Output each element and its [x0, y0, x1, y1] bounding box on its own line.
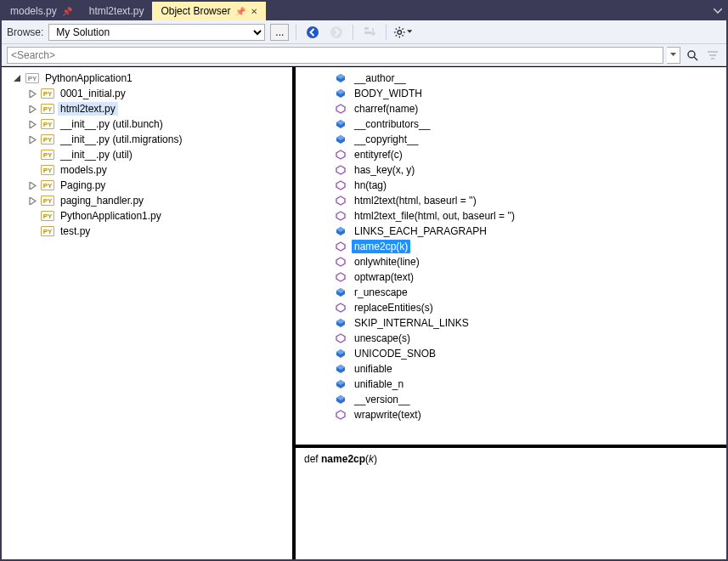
search-dropdown-button[interactable]	[667, 47, 680, 64]
member-item[interactable]: wrapwrite(text)	[296, 407, 726, 422]
member-item[interactable]: optwrap(text)	[296, 269, 726, 285]
member-label: __contributors__	[352, 117, 432, 131]
expand-icon[interactable]	[27, 88, 37, 99]
tree-item-label: models.py	[58, 163, 110, 177]
svg-marker-22	[336, 105, 345, 113]
settings-button[interactable]	[393, 23, 412, 42]
member-item[interactable]: r_unescape	[296, 285, 726, 300]
member-label: entityref(c)	[352, 148, 405, 162]
object-browser-toolbar: Browse: My Solution ...	[2, 20, 726, 44]
tree-file-node[interactable]: PYPaging.py	[5, 178, 292, 193]
member-item[interactable]: BODY_WIDTH	[296, 86, 726, 101]
member-label: unifiable	[352, 362, 395, 376]
search-bar	[2, 44, 726, 66]
method-icon	[335, 195, 347, 207]
collapse-icon[interactable]	[12, 73, 22, 83]
back-button[interactable]	[303, 23, 322, 42]
member-item[interactable]: html2text_file(html, out, baseurl = '')	[296, 208, 726, 224]
member-label: replaceEntities(s)	[352, 301, 436, 314]
member-item[interactable]: unifiable_n	[296, 377, 726, 392]
pin-icon[interactable]: 📌	[62, 7, 72, 16]
browse-scope-select[interactable]: My Solution	[48, 24, 265, 41]
tab-overflow-menu[interactable]	[709, 2, 726, 20]
member-item[interactable]: unifiable	[296, 361, 726, 377]
member-item[interactable]: UNICODE_SNOB	[296, 346, 726, 361]
expand-icon[interactable]	[27, 134, 37, 144]
pin-icon[interactable]: 📌	[235, 7, 245, 16]
browse-scope-edit-button[interactable]: ...	[270, 24, 289, 41]
tab-models[interactable]: models.py 📌	[2, 2, 81, 20]
member-label: __copyright__	[352, 133, 420, 146]
python-file-icon: PY	[41, 149, 54, 161]
member-item[interactable]: name2cp(k)	[296, 239, 726, 254]
member-item[interactable]: SKIP_INTERNAL_LINKS	[296, 315, 726, 331]
method-icon	[335, 210, 347, 222]
member-item[interactable]: onlywhite(line)	[296, 254, 726, 269]
svg-rect-17	[711, 58, 714, 60]
sort-button	[360, 23, 379, 42]
tree-file-node[interactable]: PYmodels.py	[5, 162, 292, 178]
tree-project-node[interactable]: PYPythonApplication1	[5, 71, 292, 86]
search-icon[interactable]	[684, 47, 701, 64]
member-item[interactable]: unescape(s)	[296, 331, 726, 346]
namespace-tree-pane[interactable]: PYPythonApplication1PY0001_initial.pyPYh…	[2, 67, 296, 559]
expand-icon[interactable]	[27, 196, 37, 206]
member-item[interactable]: charref(name)	[296, 101, 726, 116]
svg-rect-15	[708, 51, 718, 53]
detail-pane: def name2cp(k)	[296, 445, 726, 559]
search-input[interactable]	[7, 47, 663, 64]
tree-file-node[interactable]: PYtest.py	[5, 224, 292, 239]
tree-item-label: __init__.py (util)	[58, 148, 135, 162]
member-label: __author__	[352, 71, 409, 85]
member-label: html2text_file(html, out, baseurl = '')	[352, 209, 517, 223]
member-item[interactable]: __copyright__	[296, 132, 726, 147]
expand-icon[interactable]	[27, 104, 37, 114]
tree-item-label: 0001_initial.py	[58, 87, 128, 100]
tree-item-label: Paging.py	[58, 178, 108, 192]
method-icon	[335, 332, 347, 344]
close-icon[interactable]: ✕	[251, 7, 257, 16]
member-item[interactable]: has_key(x, y)	[296, 162, 726, 178]
svg-point-4	[398, 30, 402, 34]
member-item[interactable]: hn(tag)	[296, 178, 726, 193]
field-icon	[335, 378, 347, 390]
member-label: UNICODE_SNOB	[352, 347, 438, 360]
tab-html2text[interactable]: html2text.py	[81, 2, 153, 20]
tree-file-node[interactable]: PYPythonApplication1.py	[5, 208, 292, 224]
member-label: name2cp(k)	[352, 240, 410, 253]
tree-file-node[interactable]: PYpaging_handler.py	[5, 193, 292, 208]
tree-file-node[interactable]: PY__init__.py (util)	[5, 147, 292, 162]
python-file-icon: PY	[41, 133, 54, 145]
expand-icon[interactable]	[27, 180, 37, 190]
python-file-icon: PY	[41, 225, 54, 237]
member-item[interactable]: entityref(c)	[296, 147, 726, 162]
tree-file-node[interactable]: PY0001_initial.py	[5, 86, 292, 101]
member-item[interactable]: __version__	[296, 392, 726, 407]
tab-object-browser[interactable]: Object Browser 📌 ✕	[152, 2, 266, 20]
member-item[interactable]: replaceEntities(s)	[296, 300, 726, 315]
tree-file-node[interactable]: PY__init__.py (util.bunch)	[5, 116, 292, 132]
separator	[296, 25, 296, 40]
member-list-pane[interactable]: __author__BODY_WIDTHcharref(name)__contr…	[296, 67, 726, 445]
svg-rect-2	[364, 27, 369, 30]
member-label: __version__	[352, 393, 412, 406]
tab-label: Object Browser	[161, 5, 230, 17]
expand-icon[interactable]	[27, 119, 37, 129]
member-item[interactable]: __contributors__	[296, 116, 726, 132]
method-icon	[335, 302, 347, 314]
tree-file-node[interactable]: PYhtml2text.py	[5, 101, 292, 116]
svg-marker-51	[336, 411, 345, 419]
svg-marker-29	[336, 181, 345, 190]
category-filter-icon[interactable]	[704, 47, 721, 64]
method-icon	[335, 256, 347, 268]
browse-label: Browse:	[7, 26, 43, 38]
member-item[interactable]: __author__	[296, 71, 726, 86]
method-icon	[335, 409, 347, 421]
member-item[interactable]: html2text(html, baseurl = '')	[296, 193, 726, 208]
svg-line-10	[403, 35, 404, 36]
svg-marker-35	[336, 258, 345, 266]
tree-file-node[interactable]: PY__init__.py (util.migrations)	[5, 132, 292, 147]
member-item[interactable]: LINKS_EACH_PARAGRAPH	[296, 224, 726, 239]
method-icon	[335, 164, 347, 176]
member-label: html2text(html, baseurl = '')	[352, 194, 479, 207]
